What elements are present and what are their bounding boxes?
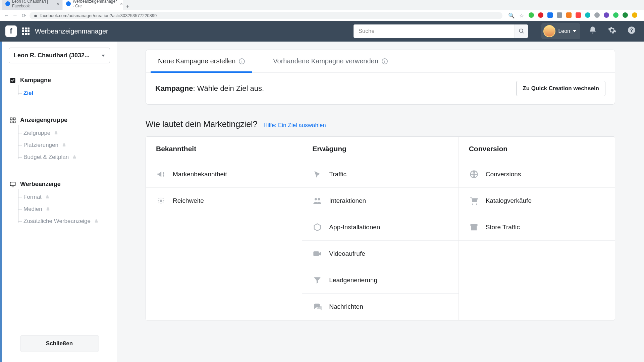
info-icon[interactable]: i	[382, 58, 388, 64]
sidebar-head-ad[interactable]: Werbeanzeige	[2, 177, 117, 191]
quick-creation-button[interactable]: Zu Quick Creation wechseln	[516, 81, 605, 96]
column-title: Erwägung	[302, 137, 458, 161]
tab-label: Neue Kampagne erstellen	[158, 57, 235, 65]
favicon-icon	[5, 1, 10, 6]
new-tab-button[interactable]: +	[123, 3, 132, 10]
help-icon[interactable]: ?	[625, 26, 639, 37]
profile-menu[interactable]: Leon	[541, 23, 580, 39]
goal-traffic[interactable]: Traffic	[302, 161, 458, 188]
svg-point-0	[519, 29, 523, 33]
sidebar-item-media[interactable]: Medien	[23, 203, 117, 215]
search-button[interactable]	[515, 24, 528, 38]
settings-icon[interactable]	[605, 26, 619, 37]
notifications-icon[interactable]	[586, 26, 600, 37]
svg-rect-5	[10, 118, 12, 120]
cart-icon	[469, 196, 479, 206]
svg-point-12	[315, 198, 317, 200]
ext-icon[interactable]	[604, 12, 609, 18]
goal-engagement[interactable]: Interaktionen	[302, 188, 458, 214]
svg-point-16	[472, 203, 473, 205]
search-placeholder: Suche	[358, 28, 374, 35]
reload-button[interactable]: ⟳	[21, 12, 27, 18]
sidebar-item-additional[interactable]: Zusätzliche Werbeanzeige	[23, 215, 117, 227]
sidebar-item-label: Budget & Zeitplan	[23, 154, 69, 161]
profile-icon[interactable]	[623, 12, 628, 18]
goal-column-consideration: Erwägung Traffic Interaktionen App-Insta…	[302, 137, 459, 320]
ext-icon[interactable]	[632, 12, 637, 18]
sidebar-item-audience[interactable]: Zielgruppe	[23, 127, 117, 139]
apps-menu-icon[interactable]	[22, 27, 30, 35]
goal-label: Videoaufrufe	[329, 250, 365, 257]
goal-label: Conversions	[486, 171, 521, 178]
sidebar-item-goal[interactable]: Ziel	[23, 87, 117, 99]
ext-icon[interactable]	[613, 12, 619, 18]
sidebar-head-label: Anzeigengruppe	[20, 117, 67, 124]
goal-reach[interactable]: Reichweite	[146, 188, 302, 214]
goal-catalog-sales[interactable]: Katalogverkäufe	[459, 188, 615, 214]
help-link[interactable]: Hilfe: Ein Ziel auswählen	[264, 122, 326, 129]
address-bar[interactable]: facebook.com/adsmanager/creation?act=303…	[30, 12, 502, 19]
ext-icon[interactable]	[557, 12, 562, 18]
goal-app-installs[interactable]: App-Installationen	[302, 214, 458, 241]
close-icon[interactable]: ×	[120, 1, 123, 6]
svg-point-17	[476, 203, 477, 205]
zoom-icon[interactable]: 🔍	[508, 12, 515, 18]
sidebar-item-format[interactable]: Format	[23, 191, 117, 203]
svg-text:?: ?	[630, 27, 633, 33]
goal-brand-awareness[interactable]: Markenbekanntheit	[146, 161, 302, 188]
goal-column-awareness: Bekanntheit Markenbekanntheit Reichweite	[146, 137, 302, 320]
megaphone-icon	[156, 169, 166, 179]
goal-column-conversion: Conversion Conversions Katalogverkäufe S…	[459, 137, 615, 320]
globe-icon	[469, 169, 479, 179]
svg-rect-7	[10, 121, 12, 123]
sidebar-head-label: Kampagne	[20, 77, 51, 84]
sidebar-item-label: Medien	[23, 206, 42, 213]
lock-icon	[45, 195, 50, 199]
forward-button[interactable]: →	[12, 12, 18, 18]
sidebar-head-adset[interactable]: Anzeigengruppe	[2, 113, 117, 127]
search-input[interactable]: Suche	[354, 24, 515, 38]
marketing-question: Wie lautet dein Marketingziel?	[146, 119, 258, 129]
ext-icon[interactable]	[538, 12, 543, 18]
ext-icon[interactable]	[547, 12, 553, 18]
back-button[interactable]: ←	[3, 12, 9, 18]
close-button[interactable]: Schließen	[20, 335, 99, 352]
sidebar-head-campaign[interactable]: Kampagne	[2, 73, 117, 87]
lock-icon	[54, 131, 58, 135]
goal-conversions[interactable]: Conversions	[459, 161, 615, 188]
goal-messages[interactable]: Nachrichten	[302, 294, 458, 320]
reach-icon	[156, 196, 166, 206]
close-icon[interactable]: ×	[56, 1, 59, 6]
tab-adsmanager[interactable]: Werbeanzeigenmanager - Cre ×	[63, 0, 123, 10]
info-icon[interactable]: i	[239, 58, 245, 64]
sidebar-item-placements[interactable]: Platzierungen	[23, 139, 117, 151]
app-title: Werbeanzeigenmanager	[35, 27, 108, 35]
chevron-down-icon	[573, 30, 576, 32]
goal-lead-gen[interactable]: Leadgenerierung	[302, 267, 458, 294]
ext-icon[interactable]	[585, 12, 590, 18]
lock-icon	[46, 207, 50, 212]
goal-label: Markenbekanntheit	[173, 171, 227, 178]
goal-store-traffic[interactable]: Store Traffic	[459, 214, 615, 241]
ext-icon[interactable]	[576, 12, 581, 18]
svg-point-11	[160, 200, 162, 202]
chat-icon	[312, 302, 322, 312]
extension-icons: 🔍 ☆	[505, 12, 641, 18]
star-icon[interactable]: ☆	[519, 12, 525, 18]
tab-existing-campaign[interactable]: Vorhandene Kampagne verwenden i	[266, 50, 395, 72]
ext-icon[interactable]	[566, 12, 572, 18]
goal-label: Traffic	[329, 171, 346, 178]
tab-label: Vorhandene Kampagne verwenden	[273, 57, 378, 65]
sidebar-item-budget[interactable]: Budget & Zeitplan	[23, 151, 117, 163]
tab-facebook[interactable]: Leon R. Chaudhari | Facebook ×	[2, 0, 62, 10]
goal-label: Store Traffic	[486, 224, 520, 231]
ext-icon[interactable]	[529, 12, 534, 18]
tab-new-campaign[interactable]: Neue Kampagne erstellen i	[151, 50, 252, 72]
svg-rect-9	[10, 182, 15, 186]
account-selector[interactable]: Leon R. Chaudhari (3032...	[9, 48, 110, 63]
facebook-logo[interactable]: f	[5, 25, 17, 37]
ext-icon[interactable]	[594, 12, 600, 18]
goal-video-views[interactable]: Videoaufrufe	[302, 241, 458, 267]
goal-label: Reichweite	[173, 197, 204, 204]
svg-rect-8	[13, 121, 15, 123]
